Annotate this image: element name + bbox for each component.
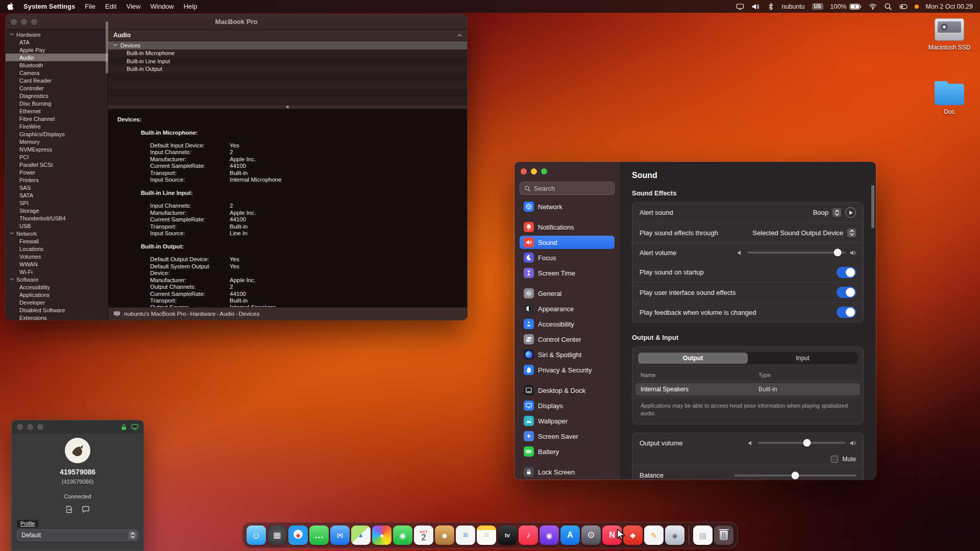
pane-splitter[interactable]	[108, 105, 467, 109]
sysinfo-sidebar-item-sata[interactable]: SATA	[6, 191, 108, 199]
sysinfo-sidebar-item-audio[interactable]: Audio	[6, 54, 108, 61]
sidebar-item-general[interactable]: General	[520, 287, 615, 300]
alert-sound-dropdown[interactable]	[832, 208, 841, 217]
zoom-button[interactable]	[541, 168, 547, 174]
bluetooth-menu-icon[interactable]	[767, 3, 775, 11]
sidebar-item-control-center[interactable]: Control Center	[520, 333, 615, 346]
sidebar-item-wallpaper[interactable]: Wallpaper	[520, 414, 615, 428]
dock-item-mail[interactable]: ✉	[330, 525, 350, 545]
breadcrumb-item[interactable]: Audio	[219, 311, 234, 317]
sysinfo-sidebar-item-printers[interactable]: Printers	[6, 176, 108, 184]
sysinfo-sidebar-item-wwan[interactable]: WWAN	[6, 260, 108, 268]
close-button[interactable]	[11, 19, 17, 25]
device-tree-row-built-in-output[interactable]: Built-in Output	[108, 65, 467, 73]
dock-item-safari[interactable]: ◆	[288, 525, 308, 545]
alert-volume-slider[interactable]	[747, 252, 845, 254]
toggle-switch[interactable]	[837, 287, 856, 298]
sysinfo-sidebar-item-usb[interactable]: USB	[6, 222, 108, 230]
audio-section-header[interactable]: Audio	[108, 30, 467, 41]
dock-item-photos[interactable]: ●	[372, 525, 391, 545]
device-tree-row-built-in-line-input[interactable]: Built-in Line Input	[108, 57, 467, 65]
minimize-button[interactable]	[27, 424, 33, 430]
sysinfo-sidebar-item-nvmexpress[interactable]: NVMExpress	[6, 145, 108, 153]
sysinfo-section-network[interactable]: Network	[6, 230, 108, 237]
dock-item-app-store[interactable]: A	[560, 525, 580, 545]
device-row-internal-speakers[interactable]: Internal Speakers Built-in	[635, 383, 860, 395]
dock-item-system-settings[interactable]: ⚙	[581, 525, 601, 545]
play-through-dropdown[interactable]	[847, 229, 856, 237]
dock-item-freeform[interactable]: ✎	[644, 525, 664, 545]
sysinfo-sidebar-item-pci[interactable]: PCI	[6, 153, 108, 161]
sysinfo-sidebar-item-sas[interactable]: SAS	[6, 184, 108, 191]
dock-item-trash[interactable]	[714, 525, 733, 545]
dock-item-launchpad[interactable]: ▦	[267, 525, 287, 545]
input-source-badge[interactable]: US	[812, 3, 823, 10]
dock-item-facetime[interactable]: ◉	[393, 525, 412, 545]
desktop-icon-macintosh-ssd[interactable]: Macintosh SSD	[925, 18, 974, 51]
dock-item-messages[interactable]: …	[309, 525, 329, 545]
toggle-switch[interactable]	[837, 307, 856, 318]
battery-status[interactable]: 100%	[830, 3, 862, 10]
sysinfo-sidebar-item-disabled-software[interactable]: Disabled Software	[6, 306, 108, 314]
file-transfer-icon[interactable]	[65, 506, 74, 513]
sysinfo-sidebar-item-storage[interactable]: Storage	[6, 207, 108, 214]
sysinfo-sidebar-item-disc-burning[interactable]: Disc Burning	[6, 99, 108, 107]
sidebar-item-notifications[interactable]: Notifications	[520, 220, 615, 234]
menu-bar-clock[interactable]: Mon 2 Oct 00.29	[926, 3, 973, 10]
menu-file[interactable]: File	[85, 3, 95, 10]
username-label[interactable]: nubuntu	[782, 3, 805, 10]
sysinfo-sidebar-item-wi-fi[interactable]: Wi-Fi	[6, 268, 108, 276]
chat-icon[interactable]	[82, 506, 90, 513]
session-monitor-icon[interactable]	[131, 424, 138, 430]
dock-item-maps[interactable]: ▲	[351, 525, 371, 545]
sysinfo-sidebar-item-diagnostics[interactable]: Diagnostics	[6, 92, 108, 99]
menu-help[interactable]: Help	[184, 3, 198, 10]
sysinfo-sidebar-item-power[interactable]: Power	[6, 168, 108, 176]
session-lock-icon[interactable]	[121, 424, 127, 431]
sysinfo-sidebar-item-spi[interactable]: SPI	[6, 199, 108, 207]
sysinfo-sidebar-item-apple-pay[interactable]: Apple Pay	[6, 46, 108, 54]
balance-slider[interactable]	[734, 474, 856, 477]
profile-dropdown[interactable]: Default	[17, 530, 138, 541]
dock-item-music[interactable]: ♪	[519, 525, 538, 545]
sysinfo-title-bar[interactable]: MacBook Pro	[6, 14, 467, 30]
sysinfo-sidebar-item-thunderbolt-usb4[interactable]: Thunderbolt/USB4	[6, 214, 108, 222]
tab-input[interactable]: Input	[748, 353, 857, 364]
dock-item-contacts[interactable]: ☻	[435, 525, 454, 545]
menu-view[interactable]: View	[127, 3, 141, 10]
sidebar-item-network[interactable]: Network	[520, 200, 615, 213]
sysinfo-sidebar-item-firewall[interactable]: Firewall	[6, 237, 108, 245]
sysinfo-sidebar-item-accessibility[interactable]: Accessibility	[6, 283, 108, 291]
menu-edit[interactable]: Edit	[105, 3, 116, 10]
dock-item-notes[interactable]: ≡	[477, 525, 496, 545]
search-input[interactable]: Search	[520, 182, 615, 195]
settings-scrollbar[interactable]	[871, 185, 874, 228]
sysinfo-section-hardware[interactable]: Hardware	[6, 31, 108, 38]
sysinfo-sidebar-item-extensions[interactable]: Extensions	[6, 314, 108, 320]
sysinfo-sidebar-item-firewire[interactable]: FireWire	[6, 122, 108, 130]
output-volume-slider[interactable]	[758, 442, 845, 444]
sysinfo-sidebar-item-memory[interactable]: Memory	[6, 138, 108, 145]
sysinfo-sidebar-item-fibre-channel[interactable]: Fibre Channel	[6, 115, 108, 122]
toggle-switch[interactable]	[837, 267, 856, 278]
sidebar-item-siri-spotlight[interactable]: Siri & Spotlight	[520, 348, 615, 361]
sysinfo-sidebar-item-ethernet[interactable]: Ethernet	[6, 107, 108, 115]
balance-knob[interactable]	[791, 471, 799, 479]
sidebar-item-screen-saver[interactable]: Screen Saver	[520, 430, 615, 443]
sysinfo-section-software[interactable]: Software	[6, 276, 108, 283]
sysinfo-sidebar-item-parallel-scsi[interactable]: Parallel SCSI	[6, 161, 108, 168]
app-menu-title[interactable]: System Settings	[23, 3, 75, 10]
spotlight-search-icon[interactable]	[884, 3, 892, 11]
dock-item-reminders[interactable]: ≡	[456, 525, 475, 545]
sysinfo-sidebar-item-camera[interactable]: Camera	[6, 69, 108, 77]
sysinfo-sidebar-item-locations[interactable]: Locations	[6, 245, 108, 253]
alert-sound-play-button[interactable]	[845, 207, 856, 218]
minimize-button[interactable]	[21, 19, 27, 25]
tab-output[interactable]: Output	[638, 353, 748, 364]
display-menu-icon[interactable]	[736, 3, 744, 11]
sysinfo-sidebar-item-bluetooth[interactable]: Bluetooth	[6, 61, 108, 69]
dock-item-anydesk[interactable]: ◆	[623, 525, 643, 545]
sidebar-item-lock-screen[interactable]: Lock Screen	[520, 465, 615, 479]
sidebar-item-battery[interactable]: Battery	[520, 445, 615, 458]
breadcrumb-item[interactable]: Devices	[239, 311, 260, 317]
